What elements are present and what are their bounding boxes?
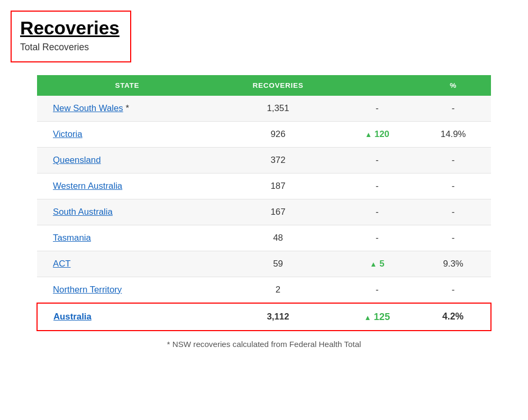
dash: -: [376, 155, 379, 165]
state-link[interactable]: New South Wales: [53, 103, 123, 113]
change-value: 120: [375, 129, 389, 139]
recoveries-cell: 48: [217, 225, 339, 251]
percent-cell: 9.3%: [415, 251, 491, 277]
recoveries-cell: 1,351: [217, 96, 339, 122]
change-value: 5: [379, 259, 384, 269]
state-link[interactable]: ACT: [53, 259, 71, 269]
state-link[interactable]: Northern Territory: [53, 285, 122, 295]
state-cell: South Australia: [37, 199, 217, 225]
percent-cell: -: [415, 199, 491, 225]
change-cell: -: [339, 225, 415, 251]
table-row: Tasmania48--: [37, 225, 491, 251]
state-cell: Northern Territory: [37, 277, 217, 303]
table-row: Queensland372--: [37, 147, 491, 173]
table-row: Northern Territory2--: [37, 277, 491, 303]
recoveries-cell: 59: [217, 251, 339, 277]
state-cell: Australia: [37, 303, 217, 331]
state-link[interactable]: Western Australia: [53, 181, 122, 191]
percent-cell: -: [415, 225, 491, 251]
percent-cell: -: [415, 277, 491, 303]
percent-cell: -: [415, 96, 491, 122]
col-change: [339, 75, 415, 96]
state-link[interactable]: Australia: [53, 312, 92, 322]
recoveries-table: STATE RECOVERIES % New South Wales *1,35…: [37, 75, 491, 331]
dash: -: [376, 285, 379, 295]
dash: -: [376, 103, 379, 113]
dash: -: [376, 181, 379, 191]
change-cell: ▲ 125: [339, 303, 415, 331]
table-body: New South Wales *1,351--Victoria926▲ 120…: [37, 96, 491, 331]
arrow-up-icon: ▲: [365, 131, 372, 139]
recoveries-cell: 926: [217, 121, 339, 147]
recoveries-cell: 187: [217, 173, 339, 199]
state-link[interactable]: South Australia: [53, 207, 113, 217]
table-row: ACT59▲ 59.3%: [37, 251, 491, 277]
col-percent: %: [415, 75, 491, 96]
recoveries-cell: 167: [217, 199, 339, 225]
arrow-up-icon: ▲: [364, 314, 371, 322]
asterisk: *: [123, 103, 129, 113]
arrow-up-icon: ▲: [370, 260, 377, 268]
table-row: Australia3,112▲ 1254.2%: [37, 303, 491, 331]
change-cell: -: [339, 173, 415, 199]
state-cell: Queensland: [37, 147, 217, 173]
change-cell: -: [339, 96, 415, 122]
table-row: Victoria926▲ 12014.9%: [37, 121, 491, 147]
state-cell: Western Australia: [37, 173, 217, 199]
table-header: STATE RECOVERIES %: [37, 75, 491, 96]
state-link[interactable]: Tasmania: [53, 233, 91, 243]
footnote: * NSW recoveries calculated from Federal…: [37, 340, 491, 349]
state-cell: ACT: [37, 251, 217, 277]
table-row: South Australia167--: [37, 199, 491, 225]
page-subtitle: Total Recoveries: [20, 42, 120, 53]
recoveries-cell: 372: [217, 147, 339, 173]
state-cell: Victoria: [37, 121, 217, 147]
change-cell: -: [339, 199, 415, 225]
col-recoveries: RECOVERIES: [217, 75, 339, 96]
col-state: STATE: [37, 75, 217, 96]
change-cell: ▲ 5: [339, 251, 415, 277]
dash: -: [376, 207, 379, 217]
recoveries-cell: 3,112: [217, 303, 339, 331]
percent-cell: -: [415, 147, 491, 173]
state-cell: Tasmania: [37, 225, 217, 251]
change-value: 125: [374, 311, 390, 322]
change-cell: -: [339, 147, 415, 173]
table-row: New South Wales *1,351--: [37, 96, 491, 122]
state-cell: New South Wales *: [37, 96, 217, 122]
recoveries-cell: 2: [217, 277, 339, 303]
percent-cell: 4.2%: [415, 303, 491, 331]
change-cell: -: [339, 277, 415, 303]
state-link[interactable]: Queensland: [53, 155, 101, 165]
dash: -: [376, 233, 379, 243]
header-box: Recoveries Total Recoveries: [11, 11, 131, 62]
table-row: Western Australia187--: [37, 173, 491, 199]
page-title: Recoveries: [20, 18, 120, 39]
change-cell: ▲ 120: [339, 121, 415, 147]
table-container: STATE RECOVERIES % New South Wales *1,35…: [37, 75, 491, 349]
percent-cell: 14.9%: [415, 121, 491, 147]
percent-cell: -: [415, 173, 491, 199]
state-link[interactable]: Victoria: [53, 129, 83, 139]
